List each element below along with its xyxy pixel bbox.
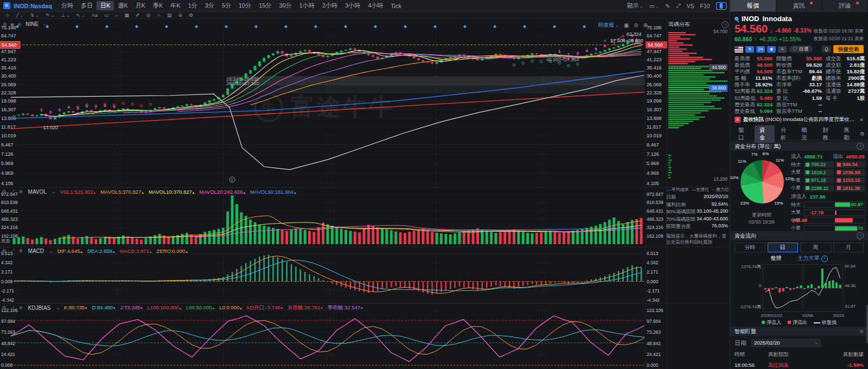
settings-icon[interactable]: ⚙ xyxy=(859,329,864,334)
news-ticker[interactable]: ≡ 盈收快訊 (INOD) Innodata公佈第四季度營業收入… ✕ xyxy=(730,114,868,123)
timeframe-tab[interactable]: 2小時 xyxy=(318,1,341,10)
fullscreen-icon[interactable]: ⤢ xyxy=(676,2,680,9)
close-icon[interactable]: ⊗ xyxy=(17,22,21,27)
timeframe-tab[interactable]: 3小時 xyxy=(341,1,364,10)
settings-icon[interactable]: ⚙ xyxy=(2,189,7,194)
sidebar-tab[interactable]: 財務 xyxy=(818,125,838,143)
macd-dropdown[interactable]: MACD xyxy=(28,248,44,254)
sidebar-tab[interactable]: 資金 xyxy=(755,125,775,143)
help-icon[interactable]: ? xyxy=(821,256,828,262)
adjust-mode-dropdown[interactable]: 前復權⌄ xyxy=(598,21,619,29)
close-icon[interactable]: ⊗ xyxy=(18,305,22,310)
timeframe-tab[interactable]: 3分 xyxy=(201,1,218,10)
pin-icon[interactable] xyxy=(735,17,738,21)
tag-icon[interactable]: ◈ xyxy=(767,46,776,53)
sidebar-tab[interactable]: 分析 xyxy=(776,125,796,143)
snapshot-icon[interactable]: ▣ xyxy=(624,22,629,28)
period-tab[interactable]: 日 xyxy=(768,243,799,252)
mavol-dropdown[interactable]: MAVOL xyxy=(28,189,47,195)
indicator-value: L50:50.000▴ xyxy=(186,304,214,311)
period-tab[interactable]: 分時 xyxy=(735,243,765,252)
mode-tab[interactable]: 主力大單? xyxy=(798,255,828,262)
display-dropdown[interactable]: 顯示⌄ xyxy=(627,2,643,10)
period-tab[interactable]: 周 xyxy=(800,243,831,252)
layout-dropdown[interactable]: ▭⌄ xyxy=(649,3,660,9)
zoom-in-icon[interactable]: ⊕ xyxy=(643,22,648,28)
settings-icon[interactable]: ⚙ xyxy=(860,131,865,137)
close-icon[interactable]: ⊗ xyxy=(18,248,22,253)
journal-icon[interactable]: ≡ xyxy=(778,46,787,53)
panel-tab[interactable]: 評論 xyxy=(822,0,868,11)
expand-icon[interactable]: ⤢ xyxy=(11,189,15,195)
hours-24-icon[interactable]: 24 xyxy=(756,46,765,53)
timeframe-tab[interactable]: 年K xyxy=(167,1,184,10)
settings-icon[interactable]: ⚙ xyxy=(2,305,7,310)
svg-text:30.400: 30.400 xyxy=(1,73,16,79)
draw-tool-icon[interactable]: ╱⌄ xyxy=(16,12,24,18)
timeframe-tab[interactable]: 季K xyxy=(149,1,167,10)
timeframe-tab[interactable]: 分時 xyxy=(58,1,77,10)
f10-button[interactable]: F10 xyxy=(700,3,710,9)
help-icon[interactable]: ? xyxy=(857,232,864,239)
mode-tab[interactable]: 整體 xyxy=(771,255,782,262)
panel-tab[interactable]: 資訊 xyxy=(776,0,822,11)
timeframe-tab[interactable]: 多日 xyxy=(77,1,97,10)
timeframe-tab[interactable]: 日K xyxy=(97,1,114,10)
draw-tool-icon[interactable]: ▤ xyxy=(167,12,172,18)
help-icon[interactable]: ? xyxy=(857,143,864,150)
settings-icon[interactable]: ⚙ xyxy=(3,22,7,27)
close-icon[interactable]: ⊗ xyxy=(18,189,22,194)
help-icon[interactable]: ? xyxy=(722,21,729,28)
zoom-out-icon[interactable]: ⊖ xyxy=(634,22,638,28)
symbol-label[interactable]: INOD:Nasdaq xyxy=(14,3,52,9)
camera-icon[interactable]: ◉ xyxy=(10,22,14,27)
draw-tool-icon[interactable]: ∩ xyxy=(157,12,160,18)
expand-icon[interactable]: ⤢ xyxy=(11,305,15,311)
timeframe-tab[interactable]: Tick xyxy=(387,2,405,10)
draw-tool-icon[interactable]: ⊖ xyxy=(178,12,182,18)
draw-tool-icon[interactable]: ✎⌄ xyxy=(46,12,54,18)
draw-tool-icon[interactable]: ⌕ xyxy=(116,12,118,18)
timeframe-tab[interactable]: 5分 xyxy=(218,1,235,10)
timeframe-tab[interactable]: 10分 xyxy=(235,1,255,10)
draw-tool-icon[interactable]: ↯⌄ xyxy=(30,12,39,18)
chart-app-icon[interactable]: K xyxy=(3,2,10,9)
panel-tab[interactable]: 報價 xyxy=(730,0,776,11)
draw-tool-icon[interactable]: ⊥⌄ xyxy=(61,12,70,18)
close-icon[interactable]: ✕ xyxy=(859,117,864,123)
quick-trade-button[interactable]: 快捷交易 xyxy=(833,45,864,53)
timeframe-tab[interactable]: 週K xyxy=(114,1,131,10)
quote-cell: 換手率18.92% xyxy=(735,81,776,88)
quote-cell: 平均價54.509 xyxy=(735,68,776,75)
draw-tool-icon[interactable]: ⊹ xyxy=(5,12,10,18)
lightning-icon[interactable]: ↯ xyxy=(745,46,754,53)
sidebar-tab[interactable]: 盤口 xyxy=(733,125,754,143)
timeframe-tab[interactable]: 月K xyxy=(132,1,149,10)
timeframe-tab[interactable]: 1分 xyxy=(184,1,201,10)
draw-tool-icon[interactable]: ▭ xyxy=(104,12,109,18)
settings-icon[interactable]: ⚙ xyxy=(2,248,7,253)
vs-button[interactable]: VS xyxy=(687,3,694,9)
period-tab[interactable]: 月 xyxy=(833,243,864,252)
alert-bell-icon[interactable] xyxy=(822,46,831,53)
add-watchlist-button[interactable]: ♡ 自選 xyxy=(789,46,813,53)
indicator-nine-dropdown[interactable]: NINE xyxy=(25,21,39,27)
sidebar-tab[interactable]: 異動 xyxy=(839,125,859,143)
kdjbias-dropdown[interactable]: KDJBIAS xyxy=(28,305,51,311)
alert-row[interactable]: 18:00:56高位回落-1.59% xyxy=(730,359,868,369)
panel-layout-icon[interactable]: ▐▌ xyxy=(716,2,726,10)
timeframe-tab[interactable]: 4小時 xyxy=(364,1,387,10)
draw-tool-icon[interactable]: ◎ xyxy=(146,12,151,18)
sidebar-tab[interactable]: 概況 xyxy=(797,125,817,143)
expand-icon[interactable]: ⤢ xyxy=(11,248,15,254)
draw-tool-icon[interactable]: ↖⌄ xyxy=(76,12,85,18)
timeframe-tab[interactable]: 30分 xyxy=(276,1,296,10)
timeframe-tab[interactable]: 1小時 xyxy=(296,1,318,10)
draw-tool-icon[interactable]: Aa xyxy=(92,12,98,18)
draw-tool-icon[interactable]: ⚙ xyxy=(189,12,193,18)
pen-icon[interactable]: ✎ xyxy=(665,3,670,9)
timeframe-tab[interactable]: 15分 xyxy=(255,1,275,10)
draw-tool-icon[interactable]: ✐ xyxy=(136,12,140,18)
draw-tool-icon[interactable]: ▦ xyxy=(125,12,130,18)
date-select[interactable]: 2025/02/20⌄ xyxy=(751,339,821,347)
